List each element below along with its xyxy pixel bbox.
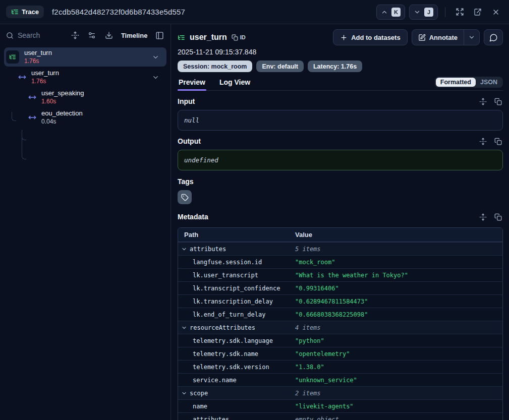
- toggle-json[interactable]: JSON: [476, 78, 502, 87]
- divider: [445, 7, 445, 17]
- chevron-down-icon: [152, 53, 159, 61]
- output-section-header: Output: [178, 136, 503, 146]
- collapse-panel-button[interactable]: [154, 28, 164, 42]
- comment-bubble-icon: [489, 33, 498, 42]
- annotate-dropdown-button[interactable]: [464, 30, 479, 45]
- table-row: lk.user_transcript "What is the weather …: [178, 268, 502, 281]
- table-row-group[interactable]: scope 2 items: [178, 386, 502, 399]
- chevron-down-icon: [181, 246, 187, 252]
- expand-metadata-button[interactable]: [478, 212, 488, 222]
- metadata-heading: Metadata: [178, 213, 208, 221]
- close-button[interactable]: [489, 5, 503, 19]
- chevron-down-icon: [152, 74, 159, 81]
- table-row-group[interactable]: attributes 5 items: [178, 242, 502, 255]
- copy-input-button[interactable]: [493, 96, 503, 106]
- expand-output-button[interactable]: [478, 136, 488, 146]
- metadata-table-header: Path Value: [178, 228, 502, 242]
- observation-detail-panel: user_turn ID Add to datasets Annotate: [172, 24, 509, 420]
- copy-icon: [232, 34, 238, 41]
- list-tree-icon: [9, 53, 16, 61]
- metadata-key: lk.user_transcript: [193, 272, 258, 279]
- metadata-value: 2 items: [295, 390, 502, 397]
- tags-heading: Tags: [178, 177, 194, 186]
- add-to-datasets-button[interactable]: Add to datasets: [333, 29, 408, 45]
- tag-icon: [181, 194, 189, 201]
- chevron-up-icon: [381, 9, 388, 16]
- table-row: lk.transcription_delay "0.62894678115844…: [178, 294, 502, 308]
- tab-preview[interactable]: Preview: [178, 76, 206, 90]
- metadata-value: "What is the weather in Tokyo?": [295, 272, 502, 279]
- metadata-value: "mock_room": [295, 259, 502, 266]
- input-section-header: Input: [178, 96, 503, 106]
- trace-id: f2cdb5842d482732f0d6b87433e5d557: [52, 8, 185, 16]
- download-button[interactable]: [104, 28, 114, 42]
- collapse-node-button[interactable]: [152, 53, 159, 61]
- search-field[interactable]: [6, 31, 63, 39]
- trace-tree-sidebar: Timeline user_turn 1.76s: [0, 24, 171, 420]
- session-badge[interactable]: Session: mock_room: [178, 61, 252, 72]
- observation-timestamp: 2025-11-21 09:15:37.848: [178, 48, 503, 56]
- table-row: telemetry.sdk.version "1.38.0": [178, 360, 502, 373]
- annotate-button[interactable]: Annotate: [412, 30, 464, 45]
- expand-input-button[interactable]: [478, 96, 488, 106]
- unfold-vertical-icon: [479, 98, 487, 105]
- tree-node-trace-user-turn[interactable]: user_turn 1.76s: [4, 47, 166, 67]
- tree-node-span-user-speaking[interactable]: user_speaking 1.60s: [4, 88, 166, 107]
- copy-id-button[interactable]: ID: [232, 34, 246, 41]
- expand-fullscreen-button[interactable]: [453, 5, 467, 19]
- copy-metadata-button[interactable]: [493, 212, 503, 222]
- unfold-all-button[interactable]: [70, 28, 80, 42]
- trace-node-badge: [6, 50, 19, 64]
- tree-connector: [22, 130, 26, 159]
- tree-node-span-eou-detection[interactable]: eou_detection 0.04s: [4, 108, 166, 127]
- metadata-key: service.name: [193, 377, 237, 384]
- metadata-key: attributes: [193, 416, 229, 420]
- table-row-group[interactable]: resourceAttributes 4 items: [178, 321, 502, 334]
- output-value-box: undefined: [178, 150, 503, 170]
- metadata-value: "livekit-agents": [295, 403, 502, 410]
- collapse-node-button[interactable]: [152, 74, 159, 81]
- metadata-value: 4 items: [295, 324, 502, 331]
- tab-log-view[interactable]: Log View: [218, 76, 251, 90]
- copy-output-button[interactable]: [493, 136, 503, 146]
- metadata-key: telemetry.sdk.language: [193, 337, 273, 344]
- annotate-split-button: Annotate: [412, 29, 480, 45]
- id-label: ID: [240, 34, 246, 40]
- chevron-down-icon: [181, 390, 187, 396]
- comments-button[interactable]: [484, 29, 503, 45]
- view-settings-button[interactable]: [87, 28, 97, 42]
- list-tree-icon: [178, 34, 185, 41]
- chevron-down-icon: [468, 34, 475, 41]
- node-duration: 1.76s: [31, 78, 59, 85]
- toggle-formatted[interactable]: Formatted: [436, 78, 476, 87]
- metadata-key: attributes: [190, 246, 226, 253]
- tree-node-span-user-turn[interactable]: user_turn 1.76s: [4, 68, 166, 87]
- metadata-key: telemetry.sdk.version: [193, 364, 269, 371]
- metadata-key: lk.transcript_confidence: [193, 285, 280, 292]
- tags-section-header: Tags: [178, 177, 503, 186]
- node-duration: 0.04s: [41, 118, 83, 126]
- column-header-path: Path: [178, 231, 295, 238]
- search-input[interactable]: [18, 31, 63, 39]
- timeline-toggle[interactable]: Timeline: [121, 32, 148, 39]
- copy-icon: [494, 138, 502, 145]
- metadata-key: lk.transcription_delay: [193, 298, 273, 305]
- env-badge: Env: default: [256, 61, 304, 72]
- table-row: telemetry.sdk.name "opentelemetry": [178, 347, 502, 360]
- metadata-section-header: Metadata: [178, 212, 503, 222]
- metadata-value: "1.38.0": [295, 364, 502, 371]
- metadata-key: resourceAttributes: [190, 324, 255, 331]
- list-tree-icon: [11, 8, 19, 16]
- metadata-key: langfuse.session.id: [193, 259, 262, 266]
- output-heading: Output: [178, 137, 201, 145]
- prev-observation-button[interactable]: K: [376, 5, 405, 20]
- add-tag-button[interactable]: [178, 190, 192, 204]
- open-external-button[interactable]: [471, 5, 485, 19]
- metadata-value: "unknown_service": [295, 377, 502, 384]
- next-observation-button[interactable]: J: [409, 5, 438, 20]
- detail-header: user_turn ID Add to datasets Annotate: [178, 24, 503, 45]
- trace-type-badge: Trace: [6, 6, 44, 18]
- metadata-key: scope: [190, 390, 208, 397]
- unfold-vertical-icon: [71, 31, 79, 39]
- table-row: lk.end_of_turn_delay "0.6668038368225098…: [178, 308, 502, 321]
